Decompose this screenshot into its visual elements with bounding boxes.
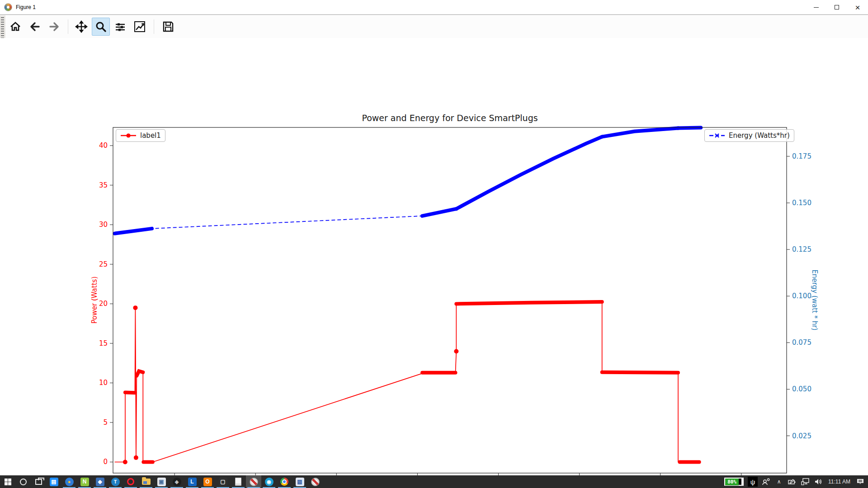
dense-markers-power (456, 302, 602, 304)
plot-area[interactable]: 1435014400144501450014550146001465014700… (81, 123, 832, 488)
left-tick-label: 30 (99, 221, 108, 229)
taskbar-clock[interactable]: 11:11 AM (826, 479, 852, 485)
network-icon[interactable] (800, 477, 810, 487)
left-tick-label: 25 (99, 260, 108, 268)
close-button[interactable]: × (847, 0, 868, 14)
left-tick-label: 40 (99, 141, 108, 150)
taskbar-app-globe-icon[interactable]: ● (61, 475, 77, 488)
taskbar-app-thunderbird-icon[interactable]: T (108, 475, 123, 488)
app-opera-icon (127, 478, 134, 485)
taskbar-app-blue-circle-icon[interactable]: ◉ (261, 475, 277, 488)
back-button[interactable] (26, 18, 44, 36)
legend-power-line-icon (120, 133, 137, 138)
zoom-button[interactable] (92, 18, 110, 36)
toolbar-separator (68, 19, 68, 34)
right-tick-label: 0.075 (792, 338, 811, 347)
data-point-marker (134, 455, 138, 460)
taskbar-app-virtualbox-icon[interactable]: ◆ (92, 475, 108, 488)
left-tick-label: 0 (103, 458, 108, 466)
pan-icon (75, 20, 88, 33)
pan-button[interactable] (72, 18, 90, 36)
plot-frame (113, 127, 787, 473)
dense-markers-energy (602, 128, 678, 137)
taskbar-app-compass-icon[interactable]: ◈ (169, 475, 184, 488)
taskbar-app-console-icon[interactable]: ▢ (215, 475, 231, 488)
plug-icon[interactable]: ψ (748, 477, 758, 487)
sliders-icon (114, 21, 126, 33)
series-line-power (115, 301, 699, 462)
battery-meter[interactable]: 80% (724, 478, 744, 486)
taskbar-store-icon[interactable]: ▤ (46, 475, 61, 488)
taskbar-app-paint-icon[interactable]: ▨ (292, 475, 307, 488)
left-tick-label: 20 (99, 300, 108, 308)
zoom-magnifier-icon (95, 21, 107, 33)
left-tick-label: 35 (99, 181, 108, 189)
data-point-marker (454, 349, 458, 353)
right-tick-label: 0.100 (792, 292, 811, 300)
system-tray: 80% ψ ∧ 11:11 AM (724, 475, 868, 488)
app-orange-icon: O (203, 478, 212, 486)
app-notepadpp-icon: N (80, 478, 89, 486)
dense-markers-power (137, 371, 143, 376)
taskbar-app-opera-icon[interactable] (123, 475, 138, 488)
minimize-button[interactable] (806, 0, 826, 14)
app-compass-icon: ◈ (173, 478, 181, 486)
people-icon[interactable] (761, 477, 771, 487)
grip-dots-icon (1, 17, 4, 41)
edit-axes-button[interactable] (131, 18, 149, 36)
legend-power: label1 (116, 129, 165, 142)
pen-battery-icon[interactable] (787, 477, 797, 487)
app-l-icon: L (188, 478, 197, 486)
back-arrow-icon (29, 21, 41, 33)
action-center-icon[interactable] (855, 477, 865, 487)
matplotlib-window-icon (4, 3, 12, 11)
data-point-marker (133, 305, 137, 310)
line-chart-icon (134, 21, 146, 33)
windows-taskbar: ▤●N◆T▣◈LO▢◉▨ 80% ψ ∧ 11:11 AM (0, 475, 868, 488)
speaker-icon[interactable] (813, 477, 823, 487)
chart-title: Power and Energy for Device SmartPlugs (113, 113, 787, 123)
home-button[interactable] (6, 18, 24, 36)
window-titlebar[interactable]: Figure 1 × (0, 0, 868, 15)
save-floppy-icon (162, 21, 174, 33)
taskbar-app-l-icon[interactable]: L (184, 475, 200, 488)
app-globe-icon: ● (65, 478, 74, 486)
configure-subplots-button[interactable] (111, 18, 129, 36)
taskbar-app-orange-icon[interactable]: O (200, 475, 215, 488)
taskbar-matplotlib-2-icon[interactable] (307, 475, 323, 488)
app-blue-circle-icon: ◉ (265, 478, 274, 486)
battery-tip-icon (739, 479, 743, 485)
store-icon: ▤ (50, 478, 58, 486)
figure-canvas[interactable]: Power and Energy for Device SmartPlugs P… (0, 38, 868, 475)
task-view-icon (35, 479, 42, 485)
matplotlib-toolbar (0, 15, 868, 38)
file-explorer-icon (142, 479, 151, 485)
series-line-energy (115, 127, 701, 234)
dense-markers-energy (422, 209, 456, 216)
taskbar-task-view-icon[interactable] (31, 475, 46, 488)
dense-markers-energy (115, 229, 152, 234)
figure-window-matplotlib-icon (250, 478, 258, 486)
app-virtualbox-icon: ◆ (96, 478, 104, 486)
legend-energy: Energy (Watts*hr) (704, 129, 794, 142)
maximize-button[interactable] (826, 0, 847, 14)
taskbar-file-explorer-icon[interactable] (138, 475, 154, 488)
taskbar-app-notepad-icon[interactable] (231, 475, 246, 488)
chevron-up-icon[interactable]: ∧ (774, 477, 784, 487)
taskbar-app-monitor-icon[interactable]: ▣ (154, 475, 169, 488)
taskbar-chrome-icon[interactable] (277, 475, 292, 488)
save-button[interactable] (159, 18, 177, 36)
data-point-marker (123, 460, 127, 464)
taskbar-figure-window-matplotlib-icon[interactable] (246, 475, 261, 488)
right-tick-label: 0.025 (792, 432, 811, 440)
dense-markers-energy (456, 137, 602, 209)
taskbar-start-button[interactable] (0, 475, 15, 488)
left-tick-label: 10 (99, 379, 108, 387)
left-tick-label: 15 (99, 339, 108, 347)
taskbar-app-notepadpp-icon[interactable]: N (77, 475, 92, 488)
taskbar-search-circle-icon[interactable] (15, 475, 31, 488)
forward-button[interactable] (45, 18, 63, 36)
start-button (5, 479, 11, 485)
window-title: Figure 1 (16, 4, 36, 10)
chrome-icon (280, 478, 288, 486)
